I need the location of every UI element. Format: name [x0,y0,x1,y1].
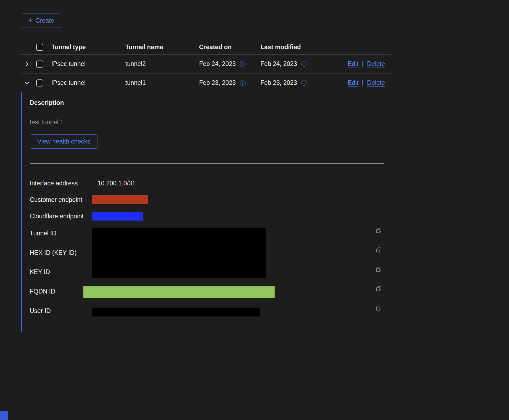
table-header-row: Tunnel type Tunnel name Created on Last … [21,40,391,55]
section-divider [30,163,384,164]
description-value: test tunnel 1 [30,119,63,126]
field-label-user-id: User ID [30,307,51,315]
field-label-customer-endpoint: Customer endpoint [30,196,82,204]
created-on-cell: Feb 24, 2023 i [196,60,257,68]
tunnels-table: Tunnel type Tunnel name Created on Last … [21,40,391,92]
info-icon[interactable]: i [301,80,307,86]
column-header-last-modified: Last modified [257,44,343,51]
expander-cell [21,61,33,67]
row-checkbox[interactable] [36,61,43,68]
action-separator: | [362,60,364,68]
row-checkbox[interactable] [36,79,43,86]
field-label-hex-id: HEX ID (KEY ID) [30,249,76,256]
copy-tunnel-id-icon[interactable] [376,227,382,234]
row-checkbox-cell [33,61,48,68]
copy-hex-id-icon[interactable] [376,247,382,253]
last-modified-value: Feb 24, 2023 [260,60,297,68]
ipsec-tunnels-page: + Create Tunnel type Tunnel name Created… [0,0,509,420]
field-label-fqdn-id: FQDN ID [30,288,55,295]
row-checkbox-cell [33,79,48,86]
last-modified-cell: Feb 24, 2023 i [257,60,343,68]
last-modified-value: Feb 23, 2023 [260,79,297,86]
plus-icon: + [28,16,32,24]
copy-user-id-icon[interactable] [376,305,382,311]
table-row: IPsec tunnel tunnel1 Feb 23, 2023 i Feb … [21,74,391,92]
action-separator: | [362,79,364,86]
create-button[interactable]: + Create [21,14,61,28]
edit-link[interactable]: Edit [348,79,359,86]
field-label-interface-address: Interface address [30,180,78,187]
copy-fqdn-id-icon[interactable] [376,285,382,292]
column-header-tunnel-name: Tunnel name [122,44,196,51]
cloudflare-endpoint-redacted-value [92,212,143,221]
tunnel-type-cell: IPsec tunnel [48,79,122,86]
field-label-cloudflare-endpoint: Cloudflare endpoint [30,213,83,220]
tunnel-name-cell: tunnel1 [122,79,196,86]
row-actions: Edit | Delete [343,79,391,86]
info-icon[interactable]: i [240,80,246,86]
table-row: IPsec tunnel tunnel2 Feb 24, 2023 i Feb … [21,55,391,74]
tunnel-name-cell: tunnel2 [122,60,196,68]
fqdn-id-redacted-value [83,286,275,298]
info-icon[interactable]: i [301,61,307,67]
expanded-row-accent-bar [21,92,22,332]
edit-link[interactable]: Edit [348,60,359,68]
created-on-value: Feb 23, 2023 [199,79,236,86]
field-label-tunnel-id: Tunnel ID [30,230,56,237]
customer-endpoint-redacted-value [92,195,148,204]
tunnel-id-redacted-value [92,228,266,278]
field-label-key-id: KEY ID [30,268,50,276]
tunnel-detail-panel: Description test tunnel 1 View health ch… [21,92,391,333]
created-on-cell: Feb 23, 2023 i [196,79,257,86]
bottom-left-widget[interactable] [0,411,8,420]
tunnel-type-cell: IPsec tunnel [48,60,122,68]
copy-key-id-icon[interactable] [376,266,382,273]
select-all-checkbox[interactable] [36,44,43,51]
header-checkbox-cell [33,44,48,51]
delete-link[interactable]: Delete [367,60,385,68]
row-actions: Edit | Delete [343,60,391,68]
delete-link[interactable]: Delete [367,79,385,86]
column-header-created-on: Created on [196,44,257,51]
create-button-label: Create [35,17,54,24]
created-on-value: Feb 24, 2023 [199,60,236,68]
view-health-checks-button[interactable]: View health checks [30,134,98,149]
field-value-interface-address: 10.200.1.0/31 [98,180,136,187]
info-icon[interactable]: i [240,61,246,67]
column-header-tunnel-type: Tunnel type [48,44,122,51]
chevron-right-icon[interactable] [24,61,30,67]
user-id-redacted-value [92,308,260,316]
chevron-down-icon[interactable] [24,80,30,86]
expander-cell [21,80,33,86]
last-modified-cell: Feb 23, 2023 i [257,79,343,86]
description-label: Description [30,99,64,106]
